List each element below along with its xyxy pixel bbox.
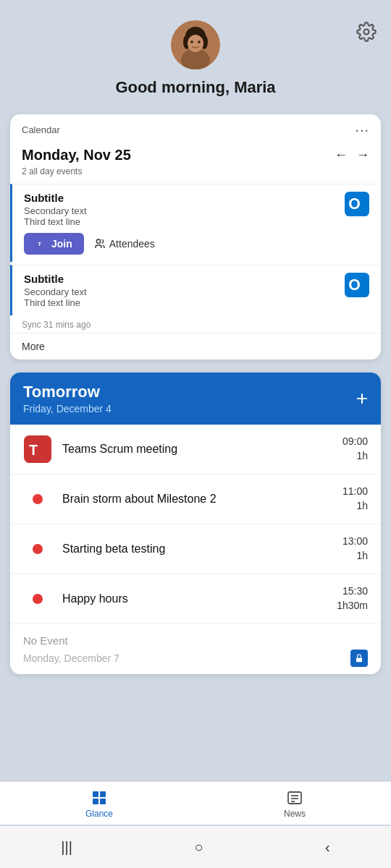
- svg-rect-22: [93, 799, 98, 804]
- android-back-button[interactable]: ‹: [319, 833, 336, 861]
- event-2-secondary: Secondary text: [24, 286, 337, 297]
- event-1-actions: T Join Attendees: [24, 233, 337, 255]
- svg-point-7: [190, 41, 193, 43]
- calendar-label: Calendar: [22, 124, 60, 135]
- nav-item-glance[interactable]: Glance: [64, 789, 135, 819]
- attendees-label: Attendees: [109, 238, 155, 250]
- svg-point-9: [364, 30, 369, 35]
- add-event-button[interactable]: +: [356, 388, 368, 409]
- event-2-third: Third text line: [24, 297, 337, 308]
- calendar-more-button[interactable]: ···: [355, 122, 369, 138]
- event-1-subtitle: Subtitle: [24, 192, 337, 204]
- svg-text:O: O: [348, 195, 361, 213]
- meeting-3-time: 15:30 1h30m: [337, 584, 368, 613]
- meeting-1-time: 11:00 1h: [342, 485, 368, 513]
- join-label: Join: [51, 238, 72, 250]
- event-1-app-icon: O: [345, 192, 369, 216]
- nav-glance-label: Glance: [85, 809, 113, 819]
- no-event-label: No Event: [23, 634, 368, 647]
- more-link[interactable]: More: [10, 333, 381, 359]
- android-home-button[interactable]: ○: [188, 833, 209, 861]
- bottom-nav: Glance News: [0, 781, 391, 825]
- meeting-0-time: 09:00 1h: [342, 435, 368, 463]
- teams-icon: T: [24, 435, 51, 463]
- event-1-content: Subtitle Secondary text Third text line …: [24, 192, 337, 255]
- greeting-text: Good morning, Maria: [115, 78, 275, 97]
- event-1-third: Third text line: [24, 216, 337, 227]
- svg-rect-20: [93, 791, 98, 797]
- calendar-event-1: Subtitle Secondary text Third text line …: [10, 184, 381, 262]
- calendar-card-header: Calendar ···: [10, 114, 381, 141]
- svg-text:T: T: [29, 442, 38, 458]
- sync-text: Sync 31 mins ago: [10, 315, 381, 333]
- attendees-button[interactable]: Attendees: [94, 238, 155, 250]
- event-2-content: Subtitle Secondary text Third text line: [24, 273, 337, 308]
- event-2-app-icon: O: [345, 273, 369, 297]
- news-icon: [286, 789, 303, 807]
- meeting-3-icon-wrap: [23, 584, 52, 613]
- calendar-date: Monday, Nov 25: [22, 147, 131, 163]
- meeting-1-title: Brain storm about Milestone 2: [62, 493, 342, 506]
- meeting-item-0[interactable]: T Teams Scrum meeting 09:00 1h: [10, 425, 381, 475]
- nav-forward-button[interactable]: →: [356, 148, 369, 163]
- svg-rect-21: [100, 791, 106, 797]
- meeting-1-icon-wrap: [23, 485, 52, 514]
- tomorrow-subtitle: Friday, December 4: [23, 403, 112, 414]
- meeting-2-title: Starting beta testing: [62, 542, 342, 556]
- tomorrow-title-group: Tomorrow Friday, December 4: [23, 383, 112, 414]
- nav-arrows-group: ← →: [335, 148, 369, 163]
- meeting-2-time: 13:00 1h: [342, 535, 368, 563]
- nav-back-button[interactable]: ←: [335, 148, 348, 163]
- red-dot-icon-3: [33, 594, 43, 604]
- next-date-label: Monday, December 7: [23, 652, 119, 664]
- android-menu-button[interactable]: |||: [55, 833, 78, 861]
- event-1-secondary: Secondary text: [24, 205, 337, 216]
- svg-point-6: [188, 35, 203, 52]
- calendar-event-2: Subtitle Secondary text Third text line …: [10, 265, 381, 315]
- lock-icon: [350, 650, 368, 667]
- svg-rect-19: [356, 658, 362, 662]
- header-section: Good morning, Maria: [0, 0, 391, 109]
- meeting-3-title: Happy hours: [62, 592, 337, 605]
- tomorrow-header: Tomorrow Friday, December 4 +: [10, 373, 381, 425]
- svg-text:O: O: [348, 276, 361, 294]
- meeting-0-icon-wrap: T: [23, 435, 52, 464]
- svg-rect-23: [100, 799, 106, 804]
- no-event-section: No Event Monday, December 7: [10, 624, 381, 674]
- next-date-row: Monday, December 7: [23, 650, 368, 667]
- meeting-2-icon-wrap: [23, 535, 52, 563]
- date-navigation: Monday, Nov 25 ← →: [10, 141, 381, 165]
- red-dot-icon-1: [33, 494, 43, 504]
- meeting-item-1[interactable]: Brain storm about Milestone 2 11:00 1h: [10, 475, 381, 524]
- settings-icon[interactable]: [356, 22, 377, 42]
- android-nav-bar: ||| ○ ‹: [0, 826, 391, 868]
- meeting-0-title: Teams Scrum meeting: [62, 443, 342, 456]
- calendar-card: Calendar ··· Monday, Nov 25 ← → 2 all da…: [10, 114, 381, 359]
- join-button[interactable]: T Join: [24, 233, 84, 255]
- svg-text:T: T: [38, 241, 41, 247]
- avatar: [171, 20, 220, 69]
- event-2-subtitle: Subtitle: [24, 273, 337, 285]
- nav-item-news[interactable]: News: [262, 789, 327, 819]
- glance-icon: [91, 789, 108, 807]
- svg-point-12: [96, 239, 100, 243]
- meeting-item-2[interactable]: Starting beta testing 13:00 1h: [10, 524, 381, 574]
- red-dot-icon-2: [33, 544, 43, 554]
- meeting-item-3[interactable]: Happy hours 15:30 1h30m: [10, 574, 381, 624]
- tomorrow-title: Tomorrow: [23, 383, 112, 401]
- tomorrow-card: Tomorrow Friday, December 4 + T Teams Sc…: [10, 373, 381, 674]
- nav-news-label: News: [284, 809, 306, 819]
- svg-point-8: [198, 41, 201, 43]
- all-day-events-text: 2 all day events: [10, 165, 381, 184]
